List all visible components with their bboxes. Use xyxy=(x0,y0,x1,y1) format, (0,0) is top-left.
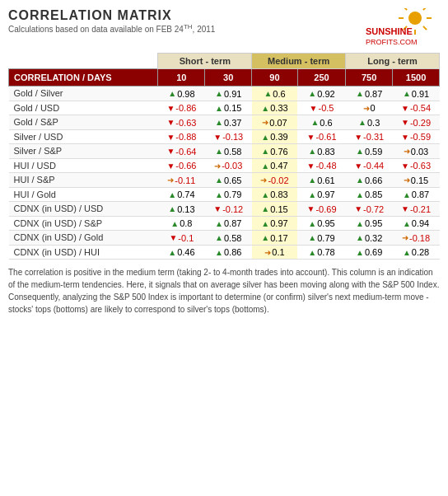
row-label: CDNX (in USD) / HUI xyxy=(9,245,158,260)
data-cell: ▲0.76 xyxy=(252,144,298,159)
arrow-icon: ▲ xyxy=(261,190,269,199)
data-cell: ▼-0.31 xyxy=(346,129,393,144)
arrow-icon: ▼ xyxy=(307,161,315,171)
cell-value-pair: ➜0 xyxy=(363,103,376,113)
cell-number: 0.6 xyxy=(273,89,285,99)
data-cell: ▲0.15 xyxy=(252,202,298,217)
arrow-icon: ▼ xyxy=(307,133,315,142)
cell-value-pair: ▲0.46 xyxy=(168,247,194,257)
row-label: HUI / Gold xyxy=(9,187,158,202)
data-cell: ▲0.37 xyxy=(205,115,252,130)
col-header-row: CORRELATION / DAYS 10 30 90 250 750 1500 xyxy=(9,69,440,87)
arrow-icon: ➜ xyxy=(262,118,268,127)
table-row: HUI / S&P➜-0.11▲0.65➜-0.02▲0.61▲0.66➜0.1… xyxy=(9,173,440,188)
cell-value-pair: ▲0.17 xyxy=(261,233,287,243)
data-cell: ➜0 xyxy=(346,101,393,115)
cell-number: -0.63 xyxy=(410,161,431,171)
arrow-icon: ▲ xyxy=(403,248,411,257)
cell-value-pair: ▲0.32 xyxy=(356,233,382,243)
arrow-icon: ▲ xyxy=(168,248,176,257)
cell-number: 0.95 xyxy=(365,218,382,228)
cell-value-pair: ▲0.39 xyxy=(261,132,287,142)
arrow-icon: ▲ xyxy=(264,89,272,98)
cell-number: 0.28 xyxy=(412,247,429,257)
data-cell: ▲0.3 xyxy=(346,115,393,130)
cell-number: -0.11 xyxy=(175,175,195,185)
col-header-30: 30 xyxy=(205,69,252,87)
arrow-icon: ▼ xyxy=(401,161,409,171)
cell-number: 0.76 xyxy=(270,147,287,157)
data-cell: ▲0.6 xyxy=(297,115,345,130)
cell-value-pair: ▲0.95 xyxy=(356,218,382,228)
data-cell: ▼-0.72 xyxy=(346,202,393,217)
data-cell: ▲0.87 xyxy=(393,187,440,202)
data-cell: ▲0.91 xyxy=(205,87,252,101)
data-cell: ▲0.95 xyxy=(346,216,393,231)
arrow-icon: ▲ xyxy=(261,219,269,228)
cell-number: -0.64 xyxy=(175,147,196,157)
arrow-icon: ▲ xyxy=(170,219,179,228)
cell-value-pair: ➜0.1 xyxy=(264,247,284,257)
table-row: Gold / USD▼-0.86▲0.15▲0.33▼-0.5➜0▼-0.54 xyxy=(9,101,440,115)
data-cell: ▲0.74 xyxy=(158,187,205,202)
cell-number: 0.79 xyxy=(317,233,334,243)
cell-value-pair: ▲0.15 xyxy=(215,103,241,113)
arrow-icon: ▲ xyxy=(308,89,316,98)
cell-value-pair: ▲0.76 xyxy=(261,147,287,157)
cell-number: 0.17 xyxy=(270,233,287,243)
cell-value-pair: ▲0.97 xyxy=(308,190,334,199)
subtitle-date: FEB 24 xyxy=(156,25,184,34)
data-cell: ▲0.91 xyxy=(393,87,440,101)
data-cell: ▲0.6 xyxy=(252,87,298,101)
data-cell: ▼-0.29 xyxy=(393,115,440,130)
cell-number: 0.92 xyxy=(317,89,334,99)
cell-value-pair: ▲0.91 xyxy=(215,89,241,99)
arrow-icon: ▲ xyxy=(215,248,223,257)
table-row: Gold / Silver▲0.98▲0.91▲0.6▲0.92▲0.87▲0.… xyxy=(9,87,440,101)
cell-value-pair: ▲0.58 xyxy=(215,147,241,157)
data-cell: ▼-0.66 xyxy=(158,158,205,173)
cell-value-pair: ▼-0.13 xyxy=(213,132,243,142)
cell-number: 0.6 xyxy=(320,118,332,128)
data-cell: ▲0.58 xyxy=(205,231,252,246)
arrow-icon: ▲ xyxy=(261,233,269,242)
cell-value-pair: ▼-0.31 xyxy=(354,132,384,142)
row-label: CDNX (in USD) / Gold xyxy=(9,231,158,246)
cell-number: -0.29 xyxy=(410,118,431,128)
cell-number: 0.03 xyxy=(411,147,428,157)
data-cell: ▼-0.61 xyxy=(297,129,345,144)
data-cell: ▼-0.63 xyxy=(393,158,440,173)
cell-number: 0.33 xyxy=(270,103,287,113)
data-cell: ▲0.79 xyxy=(205,187,252,202)
cell-value-pair: ➜0.15 xyxy=(404,175,428,185)
svg-line-1 xyxy=(423,8,427,10)
arrow-icon: ▲ xyxy=(215,219,223,228)
cell-value-pair: ▲0.97 xyxy=(261,218,287,228)
cell-number: -0.03 xyxy=(222,161,242,171)
data-cell: ▲0.79 xyxy=(297,231,345,246)
cell-value-pair: ▲0.69 xyxy=(356,247,382,257)
data-cell: ➜0.1 xyxy=(252,245,298,260)
cell-number: 0.13 xyxy=(177,204,194,214)
data-cell: ▼-0.1 xyxy=(158,231,205,246)
data-cell: ▲0.59 xyxy=(346,144,393,159)
cell-number: -0.86 xyxy=(175,103,196,113)
subtitle: Calculations based on data available on … xyxy=(8,23,215,34)
row-label: Silver / USD xyxy=(9,129,158,144)
data-cell: ▼-0.54 xyxy=(393,101,440,115)
table-row: HUI / USD▼-0.66➜-0.03▲0.47▼-0.48▼-0.44▼-… xyxy=(9,158,440,173)
cell-number: 0.83 xyxy=(317,147,334,157)
arrow-icon: ▲ xyxy=(308,190,316,199)
cell-value-pair: ▲0.74 xyxy=(168,190,194,199)
svg-text:SUNSHINE: SUNSHINE xyxy=(366,26,413,36)
cell-value-pair: ▲0.87 xyxy=(215,218,241,228)
col-header-1500: 1500 xyxy=(393,69,440,87)
data-cell: ▲0.94 xyxy=(393,216,440,231)
cell-value-pair: ▲0.3 xyxy=(358,118,380,128)
cell-number: -0.54 xyxy=(410,103,431,113)
cell-number: -0.63 xyxy=(175,118,196,128)
data-cell: ▲0.85 xyxy=(346,187,393,202)
data-cell: ▼-0.59 xyxy=(393,129,440,144)
cell-value-pair: ▲0.87 xyxy=(403,190,429,199)
cell-number: 0.87 xyxy=(365,89,382,99)
